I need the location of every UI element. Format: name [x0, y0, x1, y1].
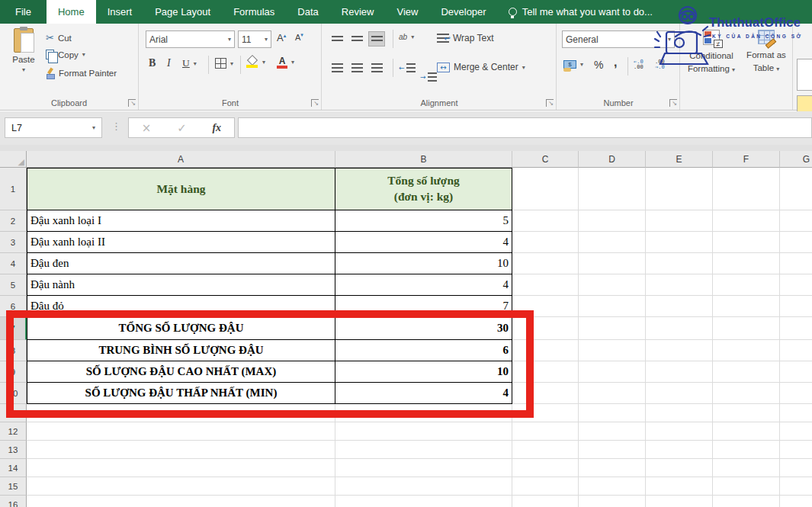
cell-B16[interactable]	[335, 496, 512, 507]
cell-B4[interactable]: 10	[335, 253, 512, 274]
cell-B11[interactable]	[335, 404, 512, 422]
cell-F10[interactable]	[713, 383, 780, 404]
cell-C5[interactable]	[512, 274, 579, 296]
cell-D2[interactable]	[579, 210, 646, 232]
cell-D10[interactable]	[579, 383, 646, 404]
accounting-dropdown-icon[interactable]: ▾	[580, 61, 583, 68]
align-middle-button[interactable]	[348, 31, 365, 47]
underline-button[interactable]: U ▾	[182, 57, 197, 69]
formula-bar-splitter[interactable]: ⋮	[111, 120, 121, 132]
tab-home[interactable]: Home	[47, 0, 96, 24]
insert-function-icon[interactable]: fx	[212, 122, 221, 134]
cell-G11[interactable]	[780, 404, 812, 422]
cell-F6[interactable]	[713, 296, 780, 317]
wrap-text-button[interactable]: Wrap Text	[437, 33, 494, 43]
enter-icon[interactable]: ✓	[177, 121, 187, 135]
cell-F11[interactable]	[713, 404, 780, 422]
cell-D7[interactable]	[579, 317, 646, 340]
increase-decimal-button[interactable]: ←.0.00	[634, 59, 644, 70]
align-bottom-button[interactable]	[368, 31, 385, 47]
select-all-corner[interactable]: ◢	[0, 151, 27, 168]
font-size-dropdown-icon[interactable]: ▾	[265, 36, 268, 43]
cell-E7[interactable]	[646, 317, 713, 340]
cell-G2[interactable]	[780, 210, 812, 232]
cell-C13[interactable]	[512, 441, 579, 459]
align-left-button[interactable]	[329, 60, 345, 75]
row-header-2[interactable]: 2	[0, 210, 27, 232]
cell-E5[interactable]	[646, 274, 713, 296]
cell-G6[interactable]	[780, 296, 812, 317]
cell-G14[interactable]	[780, 459, 812, 477]
tab-developer[interactable]: Developer	[429, 0, 497, 24]
font-dialog-launcher[interactable]: ↘	[311, 99, 319, 107]
merge-center-button[interactable]: ↔ Merge & Center ▾	[437, 62, 525, 72]
accounting-format-button[interactable]: $ ▾	[563, 60, 583, 69]
cell-F4[interactable]	[713, 253, 780, 274]
cell-E3[interactable]	[646, 232, 713, 253]
cell-A1[interactable]: Mặt hàng	[27, 168, 335, 210]
cell-C7[interactable]	[512, 317, 579, 340]
comma-style-button[interactable]: ,	[614, 56, 617, 69]
row-header-5[interactable]: 5	[0, 274, 27, 296]
cell-E2[interactable]	[646, 210, 713, 232]
cell-B7[interactable]: 30	[335, 317, 512, 340]
decrease-decimal-button[interactable]: .00→.0	[655, 59, 665, 70]
cell-C2[interactable]	[512, 210, 579, 232]
clipboard-dialog-launcher[interactable]: ↘	[128, 99, 136, 107]
cell-A12[interactable]	[27, 422, 335, 441]
column-header-G[interactable]: G	[780, 151, 812, 168]
merge-center-dropdown-icon[interactable]: ▾	[522, 64, 525, 71]
cell-A13[interactable]	[27, 441, 335, 459]
number-format-dropdown-icon[interactable]: ▾	[668, 36, 671, 43]
cell-B10[interactable]: 4	[335, 383, 512, 404]
cell-A14[interactable]	[27, 459, 335, 477]
fill-color-dropdown-icon[interactable]: ▾	[262, 59, 265, 66]
italic-button[interactable]: I	[167, 57, 171, 69]
cell-D3[interactable]	[579, 232, 646, 253]
row-header-10[interactable]: 10	[0, 383, 27, 404]
cell-D14[interactable]	[579, 459, 646, 477]
borders-button[interactable]: ▾	[215, 58, 233, 69]
paste-dropdown-icon[interactable]: ▾	[22, 66, 25, 73]
cell-A6[interactable]: Đậu đỏ	[27, 296, 335, 317]
align-right-button[interactable]	[368, 60, 385, 75]
formula-input[interactable]	[238, 117, 812, 138]
column-header-D[interactable]: D	[579, 151, 646, 168]
row-header-13[interactable]: 13	[0, 441, 27, 459]
cell-C4[interactable]	[512, 253, 579, 274]
cell-D13[interactable]	[579, 441, 646, 459]
cut-button[interactable]: ✂ Cut	[46, 32, 72, 43]
cell-D5[interactable]	[579, 274, 646, 296]
number-dialog-launcher[interactable]: ↘	[669, 99, 677, 107]
cell-style-normal-swatch[interactable]	[797, 59, 812, 91]
format-as-table-button[interactable]: Format as Table ▾	[742, 30, 791, 75]
cell-G9[interactable]	[780, 361, 812, 383]
cell-A10[interactable]: SỐ LƯỢNG ĐẬU THẤP NHẤT (MIN)	[27, 383, 335, 404]
font-size-combo[interactable]: 11 ▾	[238, 30, 271, 48]
cell-E10[interactable]	[646, 383, 713, 404]
format-painter-button[interactable]: Format Painter	[46, 68, 117, 79]
cell-E9[interactable]	[646, 361, 713, 383]
font-name-dropdown-icon[interactable]: ▾	[228, 36, 231, 43]
tab-review[interactable]: Review	[330, 0, 386, 24]
cell-C6[interactable]	[512, 296, 579, 317]
cell-D11[interactable]	[579, 404, 646, 422]
cell-C14[interactable]	[512, 459, 579, 477]
cell-D4[interactable]	[579, 253, 646, 274]
row-header-1[interactable]: 1	[0, 168, 27, 210]
column-header-E[interactable]: E	[646, 151, 713, 168]
cell-E11[interactable]	[646, 404, 713, 422]
cell-A9[interactable]: SỐ LƯỢNG ĐẬU CAO NHẤT (MAX)	[27, 361, 335, 383]
tab-data[interactable]: Data	[286, 0, 329, 24]
percent-style-button[interactable]: %	[594, 59, 603, 71]
tab-file[interactable]: File	[0, 0, 47, 24]
font-name-combo[interactable]: Arial ▾	[146, 30, 235, 48]
tab-view[interactable]: View	[385, 0, 429, 24]
row-header-14[interactable]: 14	[0, 459, 27, 477]
cell-E13[interactable]	[646, 441, 713, 459]
conditional-formatting-button[interactable]: ≠ Conditional Formatting ▾	[684, 30, 739, 76]
row-header-9[interactable]: 9	[0, 361, 27, 383]
font-color-button[interactable]: A ▾	[277, 56, 294, 69]
cell-D9[interactable]	[579, 361, 646, 383]
cell-C15[interactable]	[512, 477, 579, 496]
